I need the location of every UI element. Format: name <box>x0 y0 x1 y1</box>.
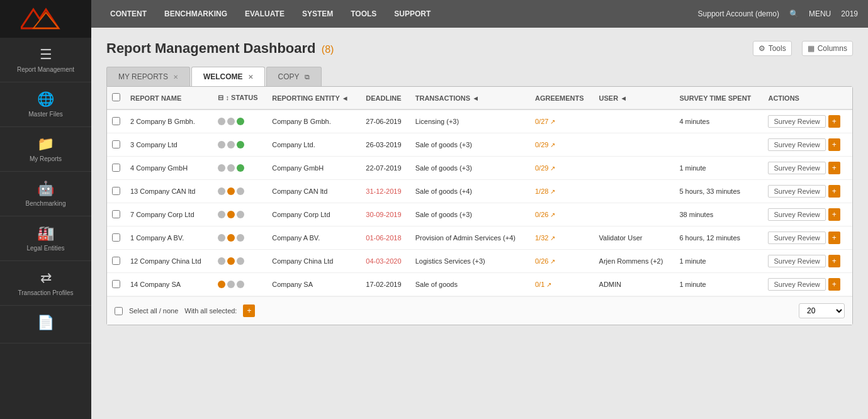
header-agreements[interactable]: AGREEMENTS <box>530 87 594 109</box>
external-link-icon: ↗ <box>548 165 555 172</box>
agreements-link[interactable]: 0/29 <box>535 164 548 172</box>
row-checkbox[interactable] <box>112 233 120 242</box>
row-checkbox[interactable] <box>112 140 120 148</box>
sidebar-item-my-reports[interactable]: 📁 My Reports <box>0 127 91 172</box>
survey-review-button[interactable]: Survey Review <box>768 162 825 174</box>
per-page-select[interactable]: 20 50 100 <box>799 303 845 318</box>
tab-welcome-close[interactable]: ✕ <box>248 74 253 81</box>
header-report-name[interactable]: REPORT NAME <box>125 87 213 109</box>
search-icon[interactable]: 🔍 <box>789 9 799 18</box>
nav-content[interactable]: CONTENT <box>101 0 155 28</box>
header-reporting-entity[interactable]: REPORTING ENTITY ◄ <box>267 87 361 109</box>
agreements-link[interactable]: 0/1 <box>535 281 544 288</box>
report-name-cell: 1 Company A BV. <box>125 226 213 250</box>
agreements-cell[interactable]: 1/32 ↗ <box>530 226 594 250</box>
survey-review-button[interactable]: Survey Review <box>768 115 825 128</box>
survey-review-button[interactable]: Survey Review <box>768 255 825 267</box>
with-selected-add-button[interactable]: + <box>243 304 255 317</box>
survey-review-button[interactable]: Survey Review <box>768 278 825 291</box>
sidebar-item-benchmarking[interactable]: 🤖 Benchmarking <box>0 172 91 216</box>
sidebar-item-label: Legal Entities <box>26 245 64 252</box>
table-row: 7 Company Corp LtdCompany Corp Ltd30-09-… <box>107 203 852 226</box>
agreements-link[interactable]: 1/32 <box>535 234 548 242</box>
header-status[interactable]: ⊟ ↕ STATUS <box>213 87 267 109</box>
action-add-button[interactable]: + <box>828 278 840 291</box>
header-survey-time[interactable]: SURVEY TIME SPENT <box>674 87 763 109</box>
status-dot <box>227 164 235 172</box>
sidebar-item-legal-entities[interactable]: 🏭 Legal Entities <box>0 216 91 261</box>
menu-button[interactable]: MENU <box>809 9 831 18</box>
agreements-cell[interactable]: 0/1 ↗ <box>530 273 594 296</box>
tab-copy[interactable]: COPY ⧉ <box>266 67 322 86</box>
survey-review-button[interactable]: Survey Review <box>768 232 825 244</box>
nav-tools[interactable]: TOOLS <box>342 0 385 28</box>
agreements-link[interactable]: 0/29 <box>535 141 548 148</box>
report-name-cell: 3 Company Ltd <box>125 133 213 157</box>
nav-benchmarking[interactable]: BENCHMARKING <box>155 0 236 28</box>
agreements-cell[interactable]: 0/27 ↗ <box>530 109 594 133</box>
agreements-link[interactable]: 0/26 <box>535 257 548 265</box>
action-add-button[interactable]: + <box>828 162 840 174</box>
tab-welcome[interactable]: WELCOME ✕ <box>191 67 265 86</box>
my-reports-icon: 📁 <box>37 136 54 152</box>
tab-my-reports-close[interactable]: ✕ <box>173 74 178 81</box>
reporting-entity-cell: Company China Ltd <box>267 250 361 273</box>
select-all-checkbox[interactable] <box>112 93 120 101</box>
row-checkbox[interactable] <box>112 187 120 195</box>
footer-select-all-checkbox[interactable] <box>115 307 123 315</box>
agreements-cell[interactable]: 0/29 ↗ <box>530 157 594 180</box>
benchmarking-icon: 🤖 <box>37 181 54 197</box>
sidebar-item-report-management[interactable]: ☰ Report Management <box>0 38 91 82</box>
agreements-link[interactable]: 0/27 <box>535 118 548 125</box>
account-name: Support Account (demo) <box>698 9 779 18</box>
agreements-cell[interactable]: 0/29 ↗ <box>530 133 594 157</box>
columns-button[interactable]: ▦ Columns <box>802 41 853 56</box>
sidebar-item-transaction-profiles[interactable]: ⇄ Transaction Profiles <box>0 261 91 306</box>
survey-time-cell: 1 minute <box>674 273 763 296</box>
user-cell <box>594 157 675 180</box>
transaction-profiles-icon: ⇄ <box>40 270 52 286</box>
action-add-button[interactable]: + <box>828 185 840 198</box>
transactions-cell: Sale of goods (+3) <box>410 157 530 180</box>
row-checkbox[interactable] <box>112 280 120 288</box>
agreements-cell[interactable]: 1/28 ↗ <box>530 180 594 203</box>
action-add-button[interactable]: + <box>828 115 840 128</box>
table-row: 14 Company SACompany SA17-02-2019Sale of… <box>107 273 852 296</box>
survey-review-button[interactable]: Survey Review <box>768 208 825 221</box>
master-files-icon: 🌐 <box>37 91 54 108</box>
header-transactions[interactable]: TRANSACTIONS ◄ <box>410 87 530 109</box>
reporting-entity-cell: Company SA <box>267 273 361 296</box>
select-all-label[interactable]: Select all / none <box>129 307 178 315</box>
reporting-entity-cell: Company Ltd. <box>267 133 361 157</box>
agreements-cell[interactable]: 0/26 ↗ <box>530 250 594 273</box>
agreements-link[interactable]: 0/26 <box>535 211 548 218</box>
table-header-row: REPORT NAME ⊟ ↕ STATUS REPORTING ENTITY … <box>107 87 852 109</box>
action-add-button[interactable]: + <box>828 255 840 267</box>
sidebar-item-code[interactable]: 📄 <box>0 306 91 344</box>
sidebar-item-label: My Reports <box>30 155 62 162</box>
tab-my-reports[interactable]: MY REPORTS ✕ <box>106 67 190 86</box>
table-row: 3 Company LtdCompany Ltd.26-03-2019Sale … <box>107 133 852 157</box>
action-add-button[interactable]: + <box>828 138 840 151</box>
sidebar-logo <box>0 0 91 38</box>
header-deadline[interactable]: DEADLINE <box>361 87 410 109</box>
status-dot <box>227 141 235 148</box>
row-checkbox[interactable] <box>112 164 120 172</box>
header-user[interactable]: USER ◄ <box>594 87 675 109</box>
survey-review-button[interactable]: Survey Review <box>768 138 825 151</box>
row-checkbox[interactable] <box>112 257 120 265</box>
nav-support[interactable]: SUPPORT <box>385 0 439 28</box>
row-checkbox[interactable] <box>112 210 120 218</box>
action-add-button[interactable]: + <box>828 232 840 244</box>
tools-button[interactable]: ⚙ Tools <box>753 41 792 56</box>
agreements-cell[interactable]: 0/26 ↗ <box>530 203 594 226</box>
row-checkbox[interactable] <box>112 117 120 125</box>
sidebar-item-label: Transaction Profiles <box>18 289 74 296</box>
agreements-link[interactable]: 1/28 <box>535 187 548 195</box>
nav-evaluate[interactable]: EVALUATE <box>236 0 293 28</box>
nav-system[interactable]: SYSTEM <box>293 0 342 28</box>
survey-review-button[interactable]: Survey Review <box>768 185 825 198</box>
action-add-button[interactable]: + <box>828 208 840 221</box>
sidebar-item-master-files[interactable]: 🌐 Master Files <box>0 82 91 127</box>
tools-label: Tools <box>769 44 786 53</box>
